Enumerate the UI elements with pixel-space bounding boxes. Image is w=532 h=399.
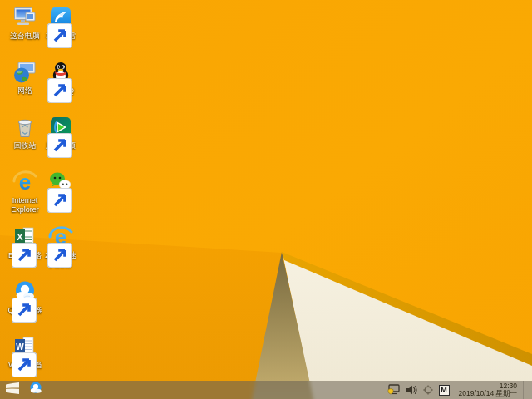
tray-clock[interactable]: 12:30 2019/10/14 星期一 [456,382,517,398]
desktop-icon-2345-browser[interactable]: e 2345加速浏览器 [42,224,79,268]
clock-date: 2019/10/14 星期一 [459,390,517,398]
recycle-bin-icon [12,115,37,140]
tray-volume-icon[interactable] [406,385,417,395]
desktop-icon-this-pc[interactable]: 这台电脑 [7,5,43,41]
icon-label: 这台电脑 [7,32,43,41]
desktop-icon-recycle-bin[interactable]: 回收站 [7,115,43,150]
svg-text:W: W [16,342,24,352]
shortcut-arrow-icon [47,188,55,195]
svg-text:X: X [17,232,23,242]
internet-explorer-icon: e [12,170,37,195]
taskbar-qq-browser-button[interactable] [25,381,47,399]
this-pc-icon [12,5,37,30]
desktop-icon-tencent-video[interactable]: 腾讯视频 [42,115,79,150]
word-icon: W [12,334,37,359]
desktop-icon-network[interactable]: 网络 [7,60,43,96]
windows-logo-icon [6,382,19,397]
tray-compass-icon[interactable] [423,385,433,395]
shortcut-arrow-icon [47,133,55,140]
show-desktop-button[interactable] [523,381,528,399]
icon-label: 网络 [7,86,43,96]
desktop: 这台电脑 极速迅雷 网 [0,0,532,399]
qq-browser-icon [28,381,43,399]
start-button[interactable] [0,381,25,399]
icon-label: Internet Explorer [7,196,43,214]
shortcut-arrow-icon [47,243,55,250]
thunder-icon [48,5,73,30]
network-icon [12,60,37,85]
tray-pc-security-icon[interactable] [387,384,400,396]
desktop-icon-excel[interactable]: X Excel表格 [7,224,43,260]
2345-browser-icon: e [48,224,73,249]
desktop-icon-thunder[interactable]: 极速迅雷 [42,5,79,41]
qq-browser-icon [12,279,37,304]
icon-label: 回收站 [7,141,43,150]
shortcut-arrow-icon [47,78,55,86]
shortcut-arrow-icon [12,352,19,360]
shortcut-arrow-icon [12,243,19,250]
excel-icon: X [12,224,37,249]
desktop-icon-word[interactable]: W Word文档 [7,334,43,370]
tencent-video-icon [48,115,73,140]
desktop-icon-qq-browser[interactable]: QQ浏览器 [7,279,43,315]
wechat-icon [48,170,73,195]
shortcut-arrow-icon [12,298,19,305]
shortcut-arrow-icon [47,23,55,31]
qq-penguin-icon [48,60,73,85]
wallpaper [0,0,532,399]
desktop-icon-wechat[interactable]: 微信 [42,170,79,205]
ime-indicator[interactable]: M [439,385,450,396]
desktop-icon-internet-explorer[interactable]: e Internet Explorer [7,170,43,214]
taskbar: M 12:30 2019/10/14 星期一 [0,381,532,399]
desktop-icon-tencent-qq[interactable]: 腾讯QQ [42,60,79,96]
